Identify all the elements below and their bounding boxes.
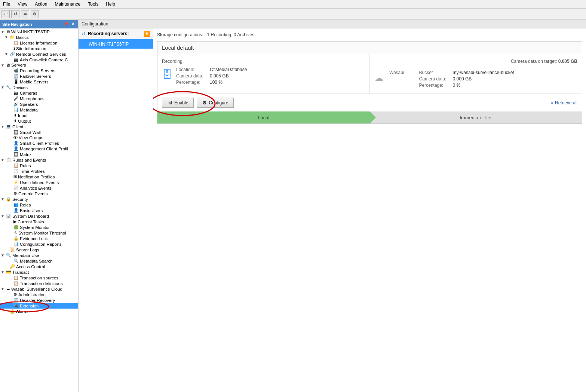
sidebar-item-disaster-recovery[interactable]: 🔄Disaster Recovery [0, 297, 78, 303]
tree-toggle[interactable]: ▼ [1, 214, 6, 218]
rec-server-name: WIN-HNKT1TS6TIP [89, 42, 129, 47]
filter-icon[interactable]: 🔽 [144, 31, 150, 37]
sidebar-item-license[interactable]: 📋License Information [0, 40, 78, 46]
sidebar-item-win-root[interactable]: ▼🖥WIN-HNKT1TS6TIP [0, 29, 78, 34]
sidebar-item-access-control[interactable]: 🔑Access Control [0, 264, 78, 269]
sidebar-item-speakers[interactable]: 🔊Speakers [0, 101, 78, 107]
sidebar-item-system-dashboard[interactable]: ▼📊System Dashboard [0, 213, 78, 219]
tree-toggle[interactable]: ▼ [1, 125, 6, 129]
tree-toggle[interactable]: ▼ [1, 158, 6, 162]
sidebar-item-rules[interactable]: 📋Rules [0, 163, 78, 168]
tree-toggle[interactable]: ▼ [1, 30, 6, 34]
tree-item-label: Notification Profiles [18, 175, 55, 179]
tree-toggle[interactable]: ▼ [1, 85, 6, 89]
menu-action[interactable]: Action [33, 1, 49, 7]
sidebar-item-transaction-defs[interactable]: 📋Transaction definitions [0, 281, 78, 286]
sidebar-item-axis-one[interactable]: 📷Axis One-click Camera C [0, 57, 78, 62]
rec-server-item[interactable]: 🖥 WIN-HNKT1TS6TIP [79, 39, 153, 49]
sidebar-item-config-reports[interactable]: 📊Configuration Reports [0, 241, 78, 247]
toolbar-back-btn[interactable]: ↩ [1, 10, 10, 18]
tree-item-icon: 👁 [13, 135, 18, 140]
sidebar-item-system-monitor[interactable]: 🟢System Monitor [0, 224, 78, 230]
sidebar-item-server-logs[interactable]: 📜Server Logs [0, 247, 78, 252]
sidebar-item-client[interactable]: ▼💻Client [0, 124, 78, 129]
tree-toggle[interactable]: ▼ [1, 253, 6, 257]
sidebar-item-security[interactable]: ▼🔒Security [0, 196, 78, 202]
sidebar-item-notification-profiles[interactable]: ✉Notification Profiles [0, 174, 78, 180]
sidebar-item-current-tasks[interactable]: ▶Current Tasks [0, 219, 78, 224]
menu-file[interactable]: File [1, 1, 12, 7]
toolbar-settings-btn[interactable]: ⚙ [31, 10, 39, 18]
sidebar-item-basics[interactable]: ▼📁Basics [0, 34, 78, 40]
tree-toggle[interactable]: ▼ [1, 63, 6, 67]
enable-button[interactable]: 🖥 Enable [162, 98, 194, 108]
tree-item-icon: 🔌 [13, 303, 19, 308]
configure-button[interactable]: ⚙ Configure [197, 98, 234, 108]
sidebar-item-wasabi-cloud[interactable]: ▼☁Wasabi Surveillance Cloud [0, 286, 78, 292]
sidebar-item-devices[interactable]: ▼🔧Devices [0, 85, 78, 90]
sidebar-pin-btn[interactable]: 📌 [62, 21, 70, 27]
sidebar-item-time-profiles[interactable]: 🕐Time Profiles [0, 168, 78, 174]
tree-item-label: Wasabi Surveillance Cloud [11, 287, 62, 291]
sidebar-item-smart-client-profiles[interactable]: 👤Smart Client Profiles [0, 140, 78, 146]
tree-item-label: Cameras [20, 91, 37, 95]
menu-tools[interactable]: Tools [86, 1, 100, 7]
configure-icon: ⚙ [202, 100, 207, 105]
sidebar-item-rules-events[interactable]: ▼📋Rules and Events [0, 157, 78, 163]
tree-toggle[interactable]: ▼ [4, 52, 10, 56]
tree-item-label: Access Control [16, 264, 45, 269]
wasabi-bucket-value: my-wasabi-surveillance-bucket [453, 70, 514, 75]
tree-toggle[interactable]: ▼ [4, 35, 10, 39]
storage-header: Storage configurations: 1 Recording. 0 A… [157, 32, 582, 37]
storage-sections: Recording 🗄 Location: C:\MediaDatabase [157, 54, 582, 94]
tree-toggle[interactable]: ▼ [1, 197, 6, 201]
sidebar-item-servers[interactable]: ▼🖥Servers [0, 62, 78, 68]
sidebar-item-recording-servers[interactable]: 📹Recording Servers [0, 68, 78, 73]
tree-item-label: WIN-HNKT1TS6TIP [11, 30, 50, 34]
tree-item-icon: 📁 [10, 35, 15, 40]
config-header: Configuration [79, 20, 586, 28]
tree-toggle[interactable]: ▼ [1, 287, 6, 291]
refresh-icon[interactable]: ↺ [82, 31, 86, 37]
sidebar-item-user-defined-events[interactable]: ⚡User-defined Events [0, 180, 78, 185]
sidebar-item-administration[interactable]: ⚙Administration [0, 292, 78, 297]
sidebar-item-analytics-events[interactable]: 📈Analytics Events [0, 185, 78, 191]
sidebar-item-mgmt-client-profile[interactable]: 👤Management Client Profil [0, 146, 78, 151]
toolbar-arrow-btn[interactable]: ➡ [21, 10, 29, 18]
sidebar-item-cameras[interactable]: 📷Cameras [0, 90, 78, 96]
sidebar-item-smart-wall[interactable]: 🔲Smart Wall [0, 129, 78, 135]
local-default-label: Local default [162, 45, 194, 51]
sidebar-item-metadata-use[interactable]: ▼🔍Metadata Use [0, 252, 78, 258]
sidebar-item-metadata[interactable]: 📊Metadata [0, 107, 78, 113]
sidebar-item-microphones[interactable]: 🎤Microphones [0, 96, 78, 101]
wasabi-icon: ☁ [374, 73, 383, 83]
tree-item-label: Rules and Events [12, 158, 46, 162]
tree-item-icon: 📹 [13, 68, 19, 73]
sidebar-item-mobile-servers[interactable]: 📱Mobile Servers [0, 79, 78, 85]
sidebar-close-btn[interactable]: ✕ [70, 21, 76, 27]
sidebar-item-input[interactable]: ⬇Input [0, 113, 78, 118]
menu-view[interactable]: View [16, 1, 29, 7]
toolbar-reload-btn[interactable]: ↺ [11, 10, 19, 18]
retrieve-all-link[interactable]: « Retrieve all [551, 100, 577, 105]
tree-item-icon: 📜 [10, 247, 15, 252]
sidebar-item-roles[interactable]: 👥Roles [0, 202, 78, 208]
sidebar-item-alarms[interactable]: 🔔Alarms [0, 309, 78, 314]
sidebar-item-evidence-lock[interactable]: 🔒Evidence Lock [0, 236, 78, 241]
sidebar-item-generic-events[interactable]: ⚙Generic Events [0, 191, 78, 196]
sidebar-item-failover-servers[interactable]: 🔄Failover Servers [0, 73, 78, 79]
sidebar-item-transact[interactable]: ▼💳Transact [0, 269, 78, 275]
sidebar-item-transaction-sources[interactable]: 📋Transaction sources [0, 275, 78, 281]
sidebar-item-metadata-search[interactable]: 🔍Metadata Search [0, 258, 78, 264]
sidebar-item-output[interactable]: ⬆Output [0, 118, 78, 124]
sidebar-item-extension[interactable]: 🔌Extension [0, 303, 78, 309]
sidebar-item-system-monitor-thresh[interactable]: ⚠System Monitor Threshol [0, 230, 78, 236]
sidebar-item-matrix[interactable]: 🔲Matrix [0, 151, 78, 157]
menu-help[interactable]: Help [104, 1, 117, 7]
tree-toggle[interactable]: ▼ [1, 270, 6, 274]
menu-maintenance[interactable]: Maintenance [53, 1, 82, 7]
sidebar-item-view-groups[interactable]: 👁View Groups [0, 135, 78, 140]
sidebar-item-site-info[interactable]: ℹSite Information [0, 46, 78, 51]
sidebar-item-remote-connect[interactable]: ▼🔗Remote Connect Services [0, 51, 78, 57]
sidebar-item-basic-users[interactable]: 👤Basic Users [0, 208, 78, 213]
